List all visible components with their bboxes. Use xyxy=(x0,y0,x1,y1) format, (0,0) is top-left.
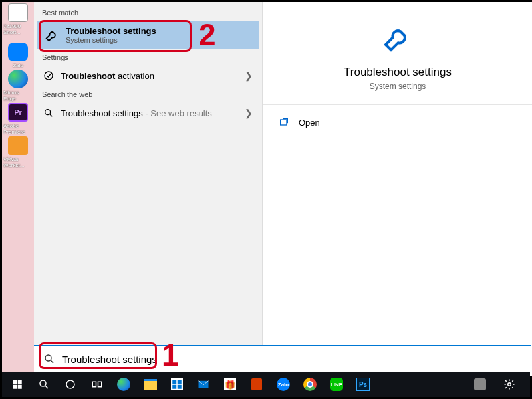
start-search-panel: Best match Troubleshoot settings System … xyxy=(34,2,532,376)
taskbar-office[interactable] xyxy=(244,373,269,396)
taskbar-explorer[interactable] xyxy=(138,373,163,396)
best-match-result[interactable]: Troubleshoot settings System settings xyxy=(37,21,259,49)
cortana-button[interactable] xyxy=(58,373,83,396)
taskbar-store[interactable] xyxy=(164,373,190,396)
section-settings: Settings xyxy=(34,51,262,64)
check-circle-icon xyxy=(43,70,54,81)
chevron-right-icon: ❯ xyxy=(245,70,253,81)
desktop-icon-strip: 7z1900 Short... Zalo Micros Edge PrAdobe… xyxy=(3,3,35,170)
taskbar-line[interactable]: LINE xyxy=(324,373,349,396)
desktop-icon-label: Micros Edge xyxy=(3,90,33,102)
svg-point-20 xyxy=(508,383,511,386)
svg-point-1 xyxy=(45,110,51,115)
result-label: Troubleshoot activation xyxy=(61,71,154,81)
desktop-icon-label: Adobe Premiere xyxy=(3,123,33,135)
preview-title: Troubleshoot settings xyxy=(269,66,526,79)
svg-rect-15 xyxy=(172,380,176,384)
annotation-number-2: 2 xyxy=(199,17,216,53)
desktop-icon-edge[interactable]: Micros Edge xyxy=(3,70,33,102)
svg-rect-17 xyxy=(172,385,176,389)
search-results-list: Best match Troubleshoot settings System … xyxy=(34,2,263,376)
task-view-button[interactable] xyxy=(84,373,110,396)
open-icon xyxy=(279,117,289,128)
taskbar-search-button[interactable] xyxy=(31,373,57,396)
desktop-icon-label: 7z1900 Short... xyxy=(3,23,33,35)
wrench-icon xyxy=(382,22,414,54)
svg-line-11 xyxy=(45,386,48,388)
svg-rect-7 xyxy=(18,380,22,384)
desktop-icon-zalo[interactable]: Zalo xyxy=(3,37,33,68)
tray-vmware-icon[interactable] xyxy=(467,373,493,396)
svg-rect-16 xyxy=(178,380,182,384)
svg-rect-6 xyxy=(13,380,17,384)
svg-rect-13 xyxy=(92,382,96,387)
desktop-background: 7z1900 Short... Zalo Micros Edge PrAdobe… xyxy=(2,2,530,397)
desktop-icon-label: VMwa Workst... xyxy=(3,156,33,168)
svg-rect-14 xyxy=(98,382,102,387)
start-button[interactable] xyxy=(5,373,30,396)
svg-point-12 xyxy=(66,380,74,388)
svg-rect-3 xyxy=(281,120,287,125)
taskbar-gift[interactable]: 🎁 xyxy=(217,373,243,396)
result-troubleshoot-activation[interactable]: Troubleshoot activation ❯ xyxy=(34,64,262,88)
taskbar-mail[interactable] xyxy=(191,373,216,396)
svg-rect-8 xyxy=(13,385,17,389)
search-icon xyxy=(43,108,54,118)
result-label: Troubleshoot settings - See web results xyxy=(61,108,212,118)
tray-settings-icon[interactable] xyxy=(497,373,522,396)
taskbar-zalo[interactable]: Zalo xyxy=(271,373,296,396)
taskbar-photoshop[interactable]: Ps xyxy=(350,373,376,396)
best-match-subtitle: System settings xyxy=(66,36,156,44)
chevron-right-icon: ❯ xyxy=(245,108,253,118)
desktop-icon-premiere[interactable]: PrAdobe Premiere xyxy=(3,103,33,135)
desktop-icon-vmware[interactable]: VMwa Workst... xyxy=(3,136,33,168)
svg-line-2 xyxy=(50,114,52,116)
taskbar-chrome[interactable] xyxy=(297,373,323,396)
open-action[interactable]: Open xyxy=(263,105,532,140)
section-best-match: Best match xyxy=(34,6,262,19)
best-match-title: Troubleshoot settings xyxy=(66,26,156,36)
section-search-web: Search the web xyxy=(34,88,262,101)
annotation-number-1: 1 xyxy=(162,337,179,373)
result-web-search[interactable]: Troubleshoot settings - See web results … xyxy=(34,101,262,125)
open-label: Open xyxy=(299,118,320,128)
search-input-bar[interactable]: Troubleshoot settings xyxy=(34,345,531,372)
search-preview-pane: Troubleshoot settings System settings Op… xyxy=(263,2,532,376)
svg-point-0 xyxy=(45,72,53,80)
taskbar: 🎁 Zalo LINE Ps xyxy=(2,372,530,397)
svg-point-10 xyxy=(40,380,46,386)
preview-subtitle: System settings xyxy=(269,82,526,91)
desktop-icon-label: Zalo xyxy=(13,63,23,68)
wrench-icon xyxy=(45,28,59,43)
taskbar-edge[interactable] xyxy=(111,373,136,396)
svg-rect-9 xyxy=(18,385,22,389)
desktop-icon-7zip[interactable]: 7z1900 Short... xyxy=(3,3,33,35)
svg-rect-18 xyxy=(178,385,182,389)
